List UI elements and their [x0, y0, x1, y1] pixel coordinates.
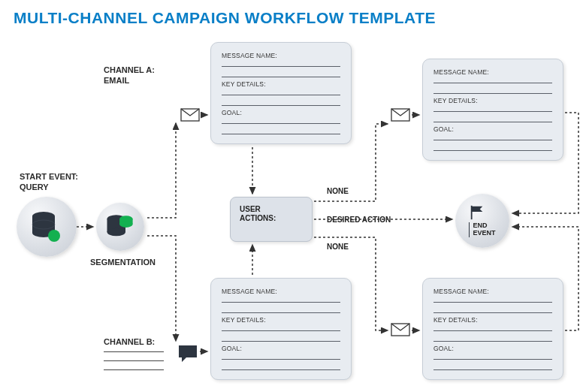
envelope-icon — [180, 108, 200, 122]
database-icon — [29, 209, 65, 245]
msg-name-label: MESSAGE NAME: — [222, 52, 340, 59]
input-line[interactable] — [433, 306, 552, 313]
goal-label: GOAL: — [433, 345, 552, 352]
goal-label: GOAL: — [222, 345, 340, 352]
message-card-top-right: MESSAGE NAME: KEY DETAILS: GOAL: — [422, 59, 563, 161]
input-line[interactable] — [433, 133, 552, 140]
channel-a-line1: CHANNEL A: — [104, 65, 155, 74]
end-event-node: END EVENT — [455, 194, 509, 248]
input-line[interactable] — [433, 86, 552, 94]
goal-label: GOAL: — [222, 109, 340, 116]
input-line[interactable] — [222, 116, 340, 124]
input-line[interactable] — [222, 306, 340, 313]
start-event-node — [17, 197, 77, 257]
message-card-bottom-left: MESSAGE NAME: KEY DETAILS: GOAL: — [210, 278, 352, 380]
key-details-label: KEY DETAILS: — [222, 80, 340, 88]
database-segment-icon — [104, 211, 136, 243]
channel-a-line2: EMAIL — [104, 76, 129, 85]
input-line[interactable] — [433, 143, 552, 151]
start-event-line1: START EVENT: — [20, 172, 78, 181]
input-line[interactable] — [222, 363, 340, 370]
input-line[interactable] — [104, 369, 164, 370]
message-card-top-left: MESSAGE NAME: KEY DETAILS: GOAL: — [210, 42, 352, 144]
edge-label-none-bottom: NONE — [325, 242, 351, 252]
input-line[interactable] — [222, 334, 340, 342]
input-line[interactable] — [433, 334, 552, 342]
svg-point-10 — [119, 221, 133, 228]
msg-name-label: MESSAGE NAME: — [222, 288, 340, 295]
input-line[interactable] — [222, 352, 340, 360]
input-line[interactable] — [433, 363, 552, 370]
segmentation-node — [96, 203, 144, 251]
goal-label: GOAL: — [433, 125, 552, 133]
edge-label-desired: DESIRED ACTION — [325, 215, 393, 225]
msg-name-label: MESSAGE NAME: — [433, 68, 552, 76]
start-event-label: START EVENT: QUERY — [20, 171, 78, 193]
chat-bubble-icon — [177, 344, 198, 363]
end-event-line1: END — [473, 222, 487, 229]
input-line[interactable] — [222, 324, 340, 331]
input-line[interactable] — [433, 115, 552, 122]
input-line[interactable] — [104, 351, 164, 352]
input-line[interactable] — [433, 76, 552, 83]
input-line[interactable] — [433, 324, 552, 331]
svg-point-4 — [48, 230, 60, 242]
input-line[interactable] — [222, 295, 340, 303]
input-line[interactable] — [222, 98, 340, 106]
edge-label-none-top: NONE — [325, 186, 351, 196]
channel-b-label: CHANNEL B: — [104, 336, 155, 347]
input-line[interactable] — [104, 360, 164, 361]
svg-point-3 — [32, 220, 55, 229]
user-actions-line1: USER — [240, 205, 261, 213]
end-event-line2: EVENT — [473, 229, 495, 237]
input-line[interactable] — [222, 88, 340, 95]
envelope-icon — [391, 108, 410, 122]
start-event-line2: QUERY — [20, 182, 49, 191]
input-line[interactable] — [433, 352, 552, 360]
user-actions-node: USERACTIONS: — [230, 197, 313, 242]
segmentation-label: SEGMENTATION — [90, 257, 156, 267]
input-line[interactable] — [433, 295, 552, 303]
input-line[interactable] — [222, 127, 340, 134]
key-details-label: KEY DETAILS: — [222, 316, 340, 324]
channel-a-label: CHANNEL A: EMAIL — [104, 65, 155, 86]
input-line[interactable] — [222, 70, 340, 77]
user-actions-line2: ACTIONS: — [240, 214, 276, 222]
key-details-label: KEY DETAILS: — [433, 97, 552, 104]
svg-point-7 — [107, 228, 126, 237]
flag-icon — [469, 204, 485, 221]
page-title: MULTI-CHANNEL CAMPAIGN WORKFLOW TEMPLATE — [14, 9, 436, 27]
msg-name-label: MESSAGE NAME: — [433, 288, 552, 295]
message-card-bottom-right: MESSAGE NAME: KEY DETAILS: GOAL: — [422, 278, 563, 380]
envelope-icon — [391, 323, 410, 336]
input-line[interactable] — [433, 104, 552, 112]
input-line[interactable] — [222, 59, 340, 67]
key-details-label: KEY DETAILS: — [433, 316, 552, 324]
